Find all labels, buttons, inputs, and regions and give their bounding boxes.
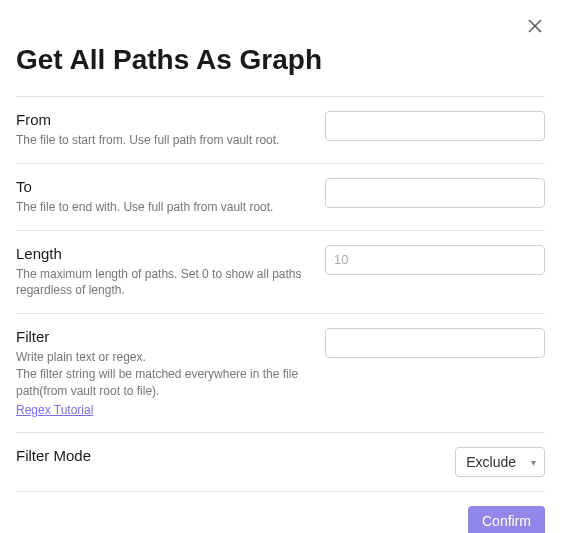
length-label: Length xyxy=(16,245,309,262)
filter-desc-2: The filter string will be matched everyw… xyxy=(16,366,309,400)
chevron-down-icon: ▾ xyxy=(531,456,536,467)
from-desc: The file to start from. Use full path fr… xyxy=(16,132,309,149)
filter-desc-1: Write plain text or regex. xyxy=(16,349,309,366)
filter-mode-selected: Exclude xyxy=(466,454,516,470)
to-row: To The file to end with. Use full path f… xyxy=(16,164,545,231)
dialog-footer: Confirm xyxy=(16,492,545,533)
regex-tutorial-link[interactable]: Regex Tutorial xyxy=(16,403,93,417)
close-button[interactable] xyxy=(525,16,545,36)
from-input[interactable] xyxy=(325,111,545,141)
from-label: From xyxy=(16,111,309,128)
filter-mode-label: Filter Mode xyxy=(16,447,439,464)
filter-mode-select[interactable]: Exclude ▾ xyxy=(455,447,545,477)
filter-label: Filter xyxy=(16,328,309,345)
confirm-button[interactable]: Confirm xyxy=(468,506,545,533)
length-desc: The maximum length of paths. Set 0 to sh… xyxy=(16,266,309,300)
filter-row: Filter Write plain text or regex. The fi… xyxy=(16,314,545,432)
to-label: To xyxy=(16,178,309,195)
to-input[interactable] xyxy=(325,178,545,208)
to-desc: The file to end with. Use full path from… xyxy=(16,199,309,216)
modal-dialog: Get All Paths As Graph From The file to … xyxy=(0,0,561,533)
filter-mode-row: Filter Mode Exclude ▾ xyxy=(16,433,545,492)
filter-input[interactable] xyxy=(325,328,545,358)
close-icon xyxy=(528,19,542,33)
length-row: Length The maximum length of paths. Set … xyxy=(16,231,545,315)
from-row: From The file to start from. Use full pa… xyxy=(16,97,545,164)
dialog-title: Get All Paths As Graph xyxy=(16,44,545,76)
length-input[interactable] xyxy=(325,245,545,275)
